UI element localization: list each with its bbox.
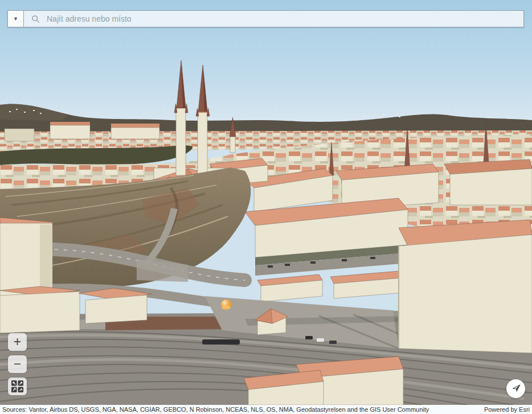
location-marker[interactable] bbox=[221, 300, 231, 310]
search-bar: ▼ bbox=[7, 10, 524, 27]
attribution-sources: Sources: Vantor, Airbus DS, USGS, NGA, N… bbox=[2, 406, 429, 413]
compass-button[interactable] bbox=[506, 379, 525, 398]
attribution-bar: Sources: Vantor, Airbus DS, USGS, NGA, N… bbox=[0, 405, 532, 414]
zoom-in-button[interactable]: + bbox=[8, 333, 27, 351]
search-field bbox=[23, 10, 524, 27]
train bbox=[202, 339, 240, 345]
building-right-large bbox=[399, 220, 532, 353]
chevron-down-icon: ▼ bbox=[13, 17, 18, 22]
pan-rotate-toggle-icon bbox=[11, 380, 23, 392]
zoom-out-button[interactable]: − bbox=[8, 355, 27, 373]
map-3d-scene[interactable] bbox=[0, 0, 532, 414]
powered-by-esri: Powered by Esri bbox=[484, 406, 530, 413]
house-left-mid bbox=[79, 288, 152, 323]
scene-viewer: ▼ + − bbox=[0, 0, 532, 414]
search-input[interactable] bbox=[24, 11, 523, 27]
search-dropdown-button[interactable]: ▼ bbox=[7, 10, 23, 27]
zoom-controls: + − bbox=[8, 333, 27, 395]
navigation-toggle-button[interactable] bbox=[8, 378, 27, 395]
compass-needle-icon bbox=[509, 382, 523, 396]
